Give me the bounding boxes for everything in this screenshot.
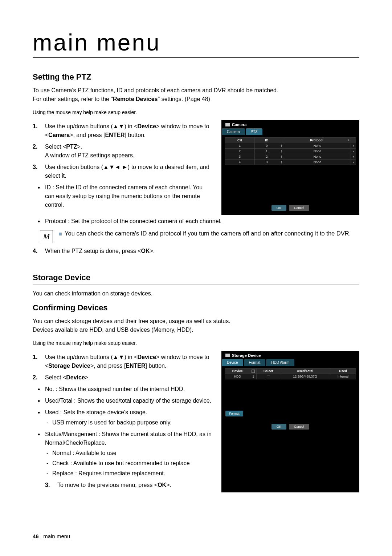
sub-check: Check : Available to use but recommended… [52, 459, 213, 468]
bullet-no: No. : Shows the assigned number of the i… [45, 385, 213, 394]
page-title: main menu [33, 29, 359, 58]
dialog-title: Camera [222, 120, 359, 128]
ptz-intro-1: To use Camera's PTZ functions, ID and pr… [33, 86, 359, 95]
step-4: 4. When the PTZ setup is done, press <OK… [45, 247, 359, 255]
tab-hdd-alarm[interactable]: HDD Alarm [266, 359, 294, 366]
ptz-table: CH ID Protocol 1 0 None 2 [225, 137, 356, 165]
storage-step-1: 1. Use the up/down buttons (▲▼) in <Devi… [45, 353, 213, 370]
step-2: 2. Select <PTZ>. A window of PTZ setting… [45, 142, 213, 160]
sub-confirming-devices: Confirming Devices [33, 303, 359, 313]
tab-ptz[interactable]: PTZ [246, 128, 263, 135]
col-ch: CH [225, 138, 255, 143]
ptz-intro-2: For other settings, refer to the "Remote… [33, 95, 359, 104]
bullet-used: Used : Sets the storage device's usage. … [45, 408, 213, 427]
protocol-dropdown[interactable] [351, 143, 356, 149]
id-spinner[interactable] [279, 154, 284, 160]
device-table: Device Select Used/Total Used HDD 1 12.2… [225, 368, 356, 379]
camera-dialog: Camera Camera PTZ CH ID Protocol 1 [221, 120, 359, 215]
tab-device[interactable]: Device [222, 359, 243, 366]
col-id: ID [254, 138, 279, 143]
table-row: HDD 1 12.28G/499.37G Internal [225, 374, 356, 379]
col-device: Device [225, 368, 250, 374]
storage-intro: You can check information on storage dev… [33, 289, 359, 298]
col-used: Used [330, 368, 356, 374]
ok-button[interactable]: OK [271, 205, 286, 211]
cancel-button[interactable]: Cancel [289, 205, 309, 211]
protocol-dropdown[interactable] [351, 149, 356, 154]
page-footer: 46_ main menu [33, 533, 70, 539]
cancel-button[interactable]: Cancel [289, 424, 309, 430]
bullet-square-icon [59, 233, 62, 235]
bullet-id: ID : Set the ID of the connected camera … [45, 183, 213, 209]
sub-normal: Normal : Available to use [52, 449, 213, 458]
tab-format[interactable]: Format [244, 359, 266, 366]
id-spinner[interactable] [279, 160, 284, 165]
section-setting-ptz: Setting the PTZ [33, 72, 359, 82]
storage-icon [225, 354, 230, 357]
col-used-total: Used/Total [280, 368, 330, 374]
step-3: 3. Use direction buttons (▲▼◄ ►) to move… [45, 163, 213, 180]
format-button[interactable]: Format [225, 411, 243, 416]
col-no-icon [250, 368, 257, 374]
dialog-title: Storage Device [222, 351, 359, 359]
protocol-dropdown[interactable] [351, 160, 356, 165]
note-block: M You can check the camera's ID and prot… [40, 230, 359, 243]
confirm-intro-1: You can check storage devices and their … [33, 317, 359, 326]
table-row: 2 1 None [225, 149, 356, 154]
step-1: 1. Use the up/down buttons (▲▼) in <Devi… [45, 122, 213, 140]
note-icon: M [40, 230, 53, 243]
storage-helper: Using the mouse may help make setup easi… [33, 339, 359, 347]
table-row: 4 3 None [225, 160, 356, 165]
id-spinner[interactable] [279, 149, 284, 154]
sub-replace: Replace : Requires immediate replacement… [52, 469, 213, 478]
table-row: 3 2 None [225, 154, 356, 160]
confirm-intro-2: Devices available are HDD, and USB devic… [33, 326, 359, 334]
col-select: Select [257, 368, 280, 374]
bullet-status: Status/Management : Shows the current st… [45, 430, 213, 478]
storage-step-3: 3. To move to the previous menu, press <… [57, 481, 213, 489]
storage-dialog: Storage Device Device Format HDD Alarm D… [221, 351, 359, 492]
id-spinner[interactable] [279, 143, 284, 149]
ok-button[interactable]: OK [271, 424, 286, 430]
table-row: 1 0 None [225, 143, 356, 149]
col-protocol[interactable]: Protocol [284, 138, 351, 143]
camera-icon [225, 123, 230, 126]
protocol-dropdown[interactable] [351, 154, 356, 160]
bullet-used-total: Used/Total : Shows the used/total capaci… [45, 396, 213, 405]
storage-step-2: 2. Select <Device>. [45, 373, 213, 382]
section-storage-device: Storage Device [33, 273, 359, 285]
ptz-helper: Using the mouse may help make setup easi… [33, 109, 359, 116]
select-checkbox[interactable] [257, 374, 280, 379]
tab-camera[interactable]: Camera [222, 128, 245, 135]
bullet-protocol: Protocol : Set the protocol of the conne… [45, 217, 359, 226]
doc-icon [252, 370, 255, 373]
sub-usb: USB memory is used for backup purpose on… [52, 418, 213, 427]
